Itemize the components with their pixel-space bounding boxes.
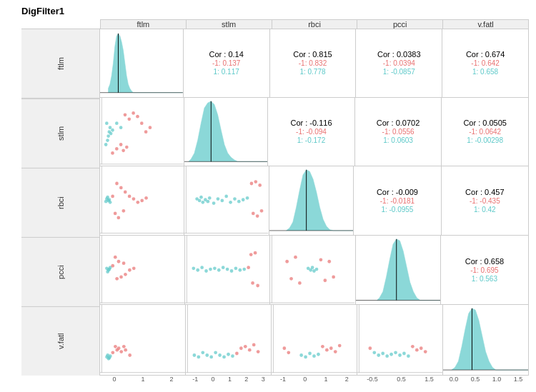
cor-0-2-main: Cor : 0.815 xyxy=(293,50,332,59)
svg-point-42 xyxy=(116,216,120,219)
svg-point-100 xyxy=(200,266,204,269)
cor-2-4-pos: 1: 0.42 xyxy=(474,206,496,213)
svg-point-143 xyxy=(111,351,114,355)
svg-point-60 xyxy=(212,201,216,205)
svg-point-129 xyxy=(324,278,327,282)
svg-point-44 xyxy=(122,209,126,213)
svg-point-175 xyxy=(308,352,312,356)
svg-point-39 xyxy=(115,181,119,185)
cell-0-4: Cor : 0.674 -1: 0.642 1: 0.658 xyxy=(442,29,529,98)
svg-point-177 xyxy=(317,353,320,356)
svg-point-188 xyxy=(372,351,376,355)
svg-point-18 xyxy=(131,111,135,115)
grid-content: Cor : 0.14 -1: 0.137 1: 0.117 Cor : 0.81… xyxy=(100,29,529,376)
svg-point-87 xyxy=(114,256,117,259)
svg-point-160 xyxy=(218,353,222,357)
svg-point-157 xyxy=(205,353,209,357)
cell-3-1 xyxy=(185,236,270,306)
svg-point-99 xyxy=(197,268,200,272)
svg-point-69 xyxy=(250,181,254,185)
svg-point-102 xyxy=(209,267,212,271)
svg-point-195 xyxy=(402,352,406,356)
svg-point-106 xyxy=(226,267,229,271)
cor-1-2-pos: 1: -0.172 xyxy=(297,136,325,144)
svg-point-68 xyxy=(246,196,249,200)
svg-point-194 xyxy=(398,353,402,357)
svg-point-176 xyxy=(312,355,316,358)
svg-point-101 xyxy=(204,269,208,273)
x-axis-3: -0.50.51.5 xyxy=(357,376,443,383)
cell-2-3: Cor : -0.009 -1: -0.0181 1: -0.0955 xyxy=(354,166,441,236)
cor-0-2-neg: -1: 0.832 xyxy=(299,59,327,67)
svg-point-174 xyxy=(304,356,307,359)
cell-4-1 xyxy=(186,305,272,375)
svg-point-159 xyxy=(214,351,217,355)
cell-1-3: Cor : 0.0702 -1: 0.0556 1: 0.0603 xyxy=(355,98,442,166)
svg-point-86 xyxy=(111,264,114,268)
row-labels: ftlm stlm rbci pcci v.fatl xyxy=(21,29,100,376)
x-axis-0: 012 xyxy=(100,376,186,383)
svg-rect-172 xyxy=(272,305,357,374)
svg-point-125 xyxy=(290,277,294,281)
grid-row-2: Cor : -0.009 -1: -0.0181 1: -0.0955 Cor … xyxy=(100,166,529,236)
svg-point-24 xyxy=(121,149,125,152)
svg-point-144 xyxy=(114,345,117,348)
svg-point-38 xyxy=(111,194,114,198)
cell-2-2 xyxy=(269,166,354,236)
cor-0-4-pos: 1: 0.658 xyxy=(472,68,498,76)
svg-point-89 xyxy=(117,260,121,263)
svg-point-142 xyxy=(109,355,112,358)
svg-point-173 xyxy=(299,353,303,357)
svg-point-148 xyxy=(122,345,126,348)
svg-point-163 xyxy=(231,355,234,358)
svg-point-196 xyxy=(407,355,410,358)
row-label-2: rbci xyxy=(21,168,100,237)
cell-4-4 xyxy=(443,305,529,375)
x-axis-2: -1012 xyxy=(272,376,357,383)
svg-point-56 xyxy=(202,201,205,204)
cell-2-0 xyxy=(100,166,184,236)
svg-point-180 xyxy=(321,345,324,348)
col-header-4: v.fatl xyxy=(442,19,529,29)
svg-point-155 xyxy=(197,356,200,359)
svg-point-92 xyxy=(124,273,127,276)
page-title: DigFilter1 xyxy=(21,6,529,16)
svg-point-158 xyxy=(209,356,213,359)
svg-point-199 xyxy=(415,348,419,352)
svg-point-21 xyxy=(140,121,144,125)
svg-point-25 xyxy=(125,145,129,149)
svg-rect-137 xyxy=(100,305,185,374)
row-label-0: ftlm xyxy=(21,29,100,99)
svg-point-192 xyxy=(389,353,393,356)
cell-0-2: Cor : 0.815 -1: 0.832 1: 0.778 xyxy=(270,29,357,98)
svg-point-124 xyxy=(286,260,289,263)
svg-point-55 xyxy=(200,196,204,199)
cor-1-4-main: Cor : 0.0505 xyxy=(463,119,507,127)
svg-point-127 xyxy=(298,281,302,285)
cell-4-0 xyxy=(100,305,186,375)
svg-point-108 xyxy=(234,266,238,270)
cell-4-2 xyxy=(272,305,357,375)
svg-point-43 xyxy=(124,190,127,194)
grid-row-4 xyxy=(100,305,529,375)
cell-0-0 xyxy=(100,29,184,98)
cor-0-2-pos: 1: 0.778 xyxy=(299,68,325,76)
svg-point-40 xyxy=(114,211,117,215)
col-header-2: rbci xyxy=(272,19,357,29)
cell-0-3: Cor : 0.0383 -1: 0.0394 1: -0.0857 xyxy=(356,29,442,98)
svg-point-112 xyxy=(249,253,253,256)
svg-point-164 xyxy=(235,352,239,356)
cell-2-1 xyxy=(184,166,269,236)
cor-0-3-pos: 1: -0.0857 xyxy=(383,68,415,76)
svg-rect-80 xyxy=(100,236,184,305)
svg-point-166 xyxy=(244,345,247,348)
svg-point-193 xyxy=(394,351,397,355)
cell-3-4: Cor : 0.658 -1: 0.695 1: 0.563 xyxy=(441,236,529,306)
cell-2-4: Cor : 0.457 -1: -0.435 1: 0.42 xyxy=(442,166,529,236)
row-label-1: stlm xyxy=(21,99,100,168)
row-label-3: pcci xyxy=(21,237,100,306)
svg-point-130 xyxy=(328,260,332,263)
svg-point-6 xyxy=(109,126,112,129)
svg-point-20 xyxy=(111,151,114,155)
grid-row-3: Cor : 0.658 -1: 0.695 1: 0.563 xyxy=(100,236,529,306)
